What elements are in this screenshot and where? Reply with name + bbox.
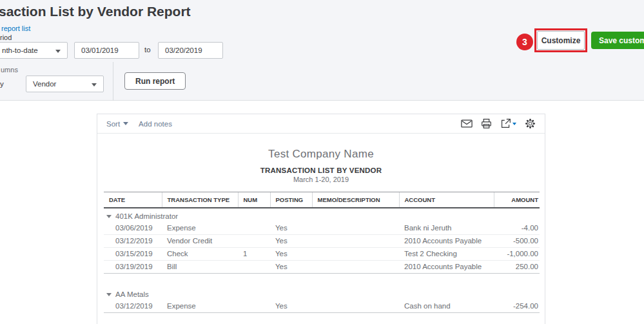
cell-date: 03/06/2019 <box>104 222 162 235</box>
cell-account: Test 2 Checking <box>399 248 494 261</box>
vendor-group-label: AA Metals <box>115 290 149 298</box>
cell-account: Cash on hand <box>399 300 494 313</box>
date-to-input[interactable] <box>158 42 223 59</box>
chevron-down-icon <box>123 122 128 125</box>
export-icon[interactable] <box>500 118 516 129</box>
cell-memo <box>312 248 399 261</box>
cell-num <box>238 261 270 274</box>
print-icon[interactable] <box>481 118 492 129</box>
save-customization-button[interactable]: Save customiza <box>591 32 644 49</box>
cell-account: 2010 Accounts Payable <box>399 261 494 274</box>
add-notes-button[interactable]: Add notes <box>139 120 172 128</box>
cell-num <box>238 235 270 248</box>
cell-posting: Yes <box>270 261 312 274</box>
cell-amount: -500.00 <box>494 235 540 248</box>
group-spacer <box>104 274 540 287</box>
cell-account: Bank ni Jeruth <box>399 222 494 235</box>
vendor-group-row: 401K Administrator <box>104 208 540 222</box>
table-row[interactable]: 03/12/2019 Expense Yes Cash on hand -254… <box>104 300 540 313</box>
cell-date: 03/12/2019 <box>104 300 162 313</box>
group-by-label: y <box>0 80 4 88</box>
table-row[interactable]: 03/12/2019 Vendor Credit Yes 2010 Accoun… <box>104 235 540 248</box>
company-name: Test Company Name <box>97 148 545 161</box>
report-period-value: nth-to-date <box>2 46 38 54</box>
cell-memo <box>312 235 399 248</box>
page-title: saction List by Vendor Report <box>0 4 191 19</box>
group-by-select[interactable]: Vendor <box>26 76 104 92</box>
cell-num <box>238 300 270 313</box>
customize-button[interactable]: Customize <box>537 31 585 50</box>
cell-date: 03/12/2019 <box>104 235 162 248</box>
col-header-num[interactable]: NUM <box>238 192 270 208</box>
chevron-down-icon <box>512 123 516 125</box>
cell-type: Vendor Credit <box>162 235 238 248</box>
report-period-label: riod <box>0 34 12 43</box>
cell-date: 03/19/2019 <box>104 261 162 274</box>
toolbar-icons <box>461 118 536 129</box>
cell-account: 2010 Accounts Payable <box>399 235 494 248</box>
report-table: DATE TRANSACTION TYPE NUM POSTING MEMO/D… <box>104 192 540 324</box>
report-title: TRANSACTION LIST BY VENDOR <box>97 167 545 174</box>
vertical-divider <box>113 62 113 101</box>
run-report-button[interactable]: Run report <box>124 72 186 90</box>
report-toolbar: Sort Add notes <box>97 114 545 134</box>
col-header-transaction-type[interactable]: TRANSACTION TYPE <box>162 192 238 208</box>
cell-amount: -4.00 <box>494 222 540 235</box>
cell-num: 1 <box>238 248 270 261</box>
collapse-caret-icon[interactable] <box>106 293 112 296</box>
report-header: Test Company Name TRANSACTION LIST BY VE… <box>97 148 545 183</box>
cell-type: Bill <box>162 261 238 274</box>
vendor-group-label: 401K Administrator <box>115 212 178 220</box>
chevron-down-icon <box>92 83 97 86</box>
cell-amount: -254.00 <box>494 300 540 313</box>
col-header-memo[interactable]: MEMO/DESCRIPTION <box>312 192 399 208</box>
report-control-panel: saction List by Vendor Report report lis… <box>0 0 644 101</box>
cell-memo <box>312 261 399 274</box>
vendor-group-row: AA Metals <box>104 287 540 300</box>
sort-label: Sort <box>106 120 120 128</box>
report-card: Sort Add notes <box>97 114 545 324</box>
cell-posting: Yes <box>270 222 312 235</box>
report-date-range: March 1-20, 2019 <box>97 176 545 183</box>
sort-dropdown[interactable]: Sort <box>106 120 128 128</box>
cell-posting: Yes <box>270 235 312 248</box>
cell-memo <box>312 300 399 313</box>
group-spacer <box>104 312 540 324</box>
cell-posting: Yes <box>270 300 312 313</box>
date-to-label: to <box>144 46 151 54</box>
chevron-down-icon <box>55 50 61 53</box>
col-header-account[interactable]: ACCOUNT <box>399 192 494 208</box>
cell-num <box>238 222 270 235</box>
cell-type: Expense <box>162 222 238 235</box>
cell-type: Expense <box>162 300 238 313</box>
annotation-step-badge: 3 <box>516 34 533 50</box>
report-period-select[interactable]: nth-to-date <box>0 42 68 59</box>
collapse-caret-icon[interactable] <box>106 215 112 218</box>
col-header-posting[interactable]: POSTING <box>270 192 312 208</box>
back-to-report-list-link[interactable]: report list <box>1 25 30 32</box>
cell-memo <box>312 222 399 235</box>
col-header-date[interactable]: DATE <box>104 192 162 208</box>
cell-type: Check <box>162 248 238 261</box>
annotation-highlight-box: Customize <box>534 28 587 52</box>
cell-date: 03/15/2019 <box>104 248 162 261</box>
col-header-amount[interactable]: AMOUNT <box>494 192 540 208</box>
table-header-row: DATE TRANSACTION TYPE NUM POSTING MEMO/D… <box>104 192 540 208</box>
cell-amount: -1,000.00 <box>494 248 540 261</box>
settings-gear-icon[interactable] <box>525 118 536 129</box>
date-from-input[interactable] <box>74 42 139 59</box>
table-row[interactable]: 03/19/2019 Bill Yes 2010 Accounts Payabl… <box>104 261 540 274</box>
table-row[interactable]: 03/06/2019 Expense Yes Bank ni Jeruth -4… <box>104 222 540 235</box>
cell-posting: Yes <box>270 248 312 261</box>
group-by-value: Vendor <box>33 80 56 88</box>
cell-amount: 250.00 <box>494 261 540 274</box>
rows-columns-label: umns <box>1 66 18 74</box>
email-icon[interactable] <box>461 119 473 128</box>
table-row[interactable]: 03/15/2019 Check 1 Yes Test 2 Checking -… <box>104 248 540 261</box>
